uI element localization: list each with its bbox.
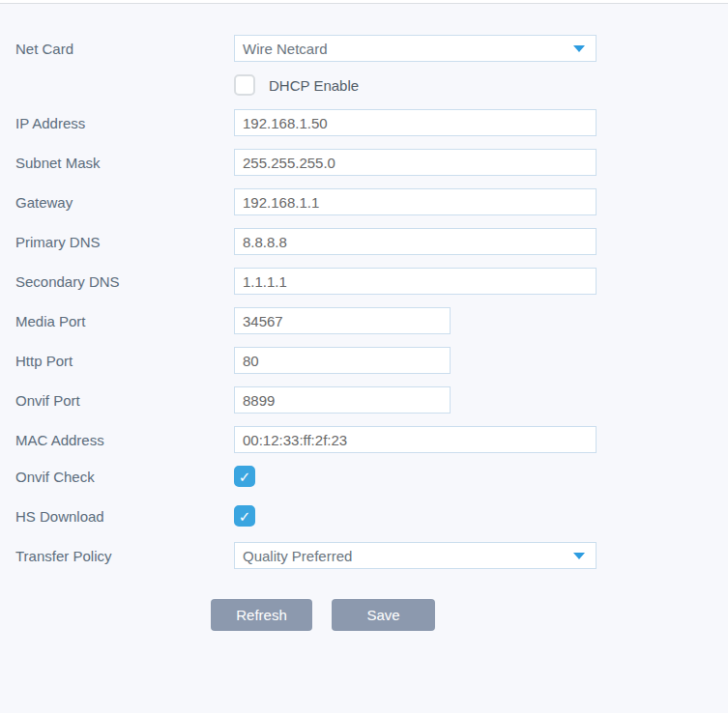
- mac-address-label: MAC Address: [15, 432, 234, 448]
- form-actions: Refresh Save: [0, 599, 728, 631]
- primary-dns-label: Primary DNS: [15, 234, 234, 250]
- checkmark-icon: ✓: [239, 470, 251, 484]
- onvif-port-input[interactable]: [234, 386, 451, 414]
- gateway-input[interactable]: [234, 188, 597, 215]
- media-port-input[interactable]: [234, 307, 451, 334]
- dhcp-enable-checkbox[interactable]: ✓: [234, 74, 255, 96]
- transfer-policy-row: Transfer Policy Quality Preferred: [0, 542, 728, 569]
- dhcp-enable-label: DHCP Enable: [269, 77, 359, 94]
- subnet-mask-row: Subnet Mask: [0, 149, 728, 176]
- http-port-input[interactable]: [234, 347, 451, 374]
- media-port-label: Media Port: [15, 313, 234, 329]
- ip-address-input[interactable]: [234, 109, 597, 136]
- primary-dns-input[interactable]: [234, 228, 597, 255]
- checkmark-icon: ✓: [239, 509, 251, 524]
- hs-download-row: HS Download ✓: [0, 505, 728, 527]
- ip-address-label: IP Address: [15, 115, 234, 131]
- primary-dns-row: Primary DNS: [0, 228, 728, 255]
- ip-address-row: IP Address: [0, 109, 728, 136]
- subnet-mask-input[interactable]: [234, 149, 597, 176]
- save-button[interactable]: Save: [332, 599, 435, 631]
- net-card-selected-value: Wire Netcard: [243, 41, 328, 57]
- media-port-row: Media Port: [0, 307, 728, 334]
- network-settings-form: Net Card Wire Netcard ✓ DHCP Enable IP A…: [0, 3, 728, 631]
- refresh-button[interactable]: Refresh: [211, 599, 312, 631]
- dhcp-row: ✓ DHCP Enable: [0, 74, 728, 96]
- chevron-down-icon: [573, 553, 585, 559]
- onvif-port-label: Onvif Port: [15, 392, 234, 409]
- onvif-check-label: Onvif Check: [15, 469, 234, 485]
- net-card-label: Net Card: [15, 41, 234, 57]
- transfer-policy-label: Transfer Policy: [15, 548, 234, 564]
- gateway-label: Gateway: [15, 194, 234, 211]
- http-port-row: Http Port: [0, 347, 728, 374]
- secondary-dns-label: Secondary DNS: [15, 273, 234, 290]
- onvif-check-row: Onvif Check ✓: [0, 466, 728, 487]
- secondary-dns-row: Secondary DNS: [0, 268, 728, 295]
- gateway-row: Gateway: [0, 188, 728, 215]
- onvif-port-row: Onvif Port: [0, 386, 728, 414]
- hs-download-checkbox[interactable]: ✓: [234, 505, 255, 527]
- transfer-policy-select[interactable]: Quality Preferred: [234, 542, 597, 569]
- mac-address-input[interactable]: [234, 426, 597, 453]
- network-settings-page: Net Card Wire Netcard ✓ DHCP Enable IP A…: [0, 0, 728, 713]
- secondary-dns-input[interactable]: [234, 268, 597, 295]
- chevron-down-icon: [573, 45, 585, 52]
- subnet-mask-label: Subnet Mask: [15, 155, 234, 171]
- http-port-label: Http Port: [15, 353, 234, 369]
- net-card-row: Net Card Wire Netcard: [0, 35, 728, 62]
- mac-address-row: MAC Address: [0, 426, 728, 453]
- hs-download-label: HS Download: [15, 508, 234, 525]
- net-card-select[interactable]: Wire Netcard: [234, 35, 597, 62]
- transfer-policy-selected-value: Quality Preferred: [243, 548, 352, 564]
- onvif-check-checkbox[interactable]: ✓: [234, 466, 255, 487]
